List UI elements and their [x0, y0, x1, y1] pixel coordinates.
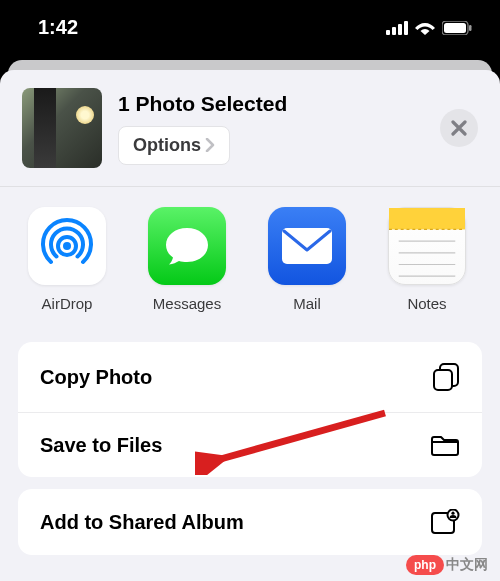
- share-label: Messages: [153, 295, 221, 312]
- options-label: Options: [133, 135, 201, 156]
- svg-rect-16: [434, 370, 452, 390]
- svg-rect-3: [404, 21, 408, 35]
- share-label: Mail: [293, 295, 321, 312]
- wifi-icon: [415, 21, 435, 35]
- action-label: Copy Photo: [40, 366, 152, 389]
- share-mail[interactable]: Mail: [258, 207, 356, 312]
- share-messages[interactable]: Messages: [138, 207, 236, 312]
- svg-rect-2: [398, 24, 402, 35]
- watermark: php 中文网: [406, 555, 488, 575]
- action-list-1: Copy Photo Save to Files: [18, 342, 482, 477]
- svg-point-8: [63, 242, 71, 250]
- status-bar: 1:42: [0, 0, 500, 55]
- svg-rect-0: [386, 30, 390, 35]
- share-label: Notes: [407, 295, 446, 312]
- svg-rect-10: [389, 208, 465, 229]
- airdrop-icon: [28, 207, 106, 285]
- header-text: 1 Photo Selected Options: [118, 92, 424, 165]
- notes-icon: [388, 207, 466, 285]
- svg-rect-5: [444, 23, 466, 33]
- close-icon: [451, 120, 467, 136]
- action-add-shared-album[interactable]: Add to Shared Album: [18, 489, 482, 555]
- watermark-text: 中文网: [446, 556, 488, 574]
- svg-rect-9: [282, 228, 332, 264]
- share-targets-row[interactable]: AirDrop Messages Mail Notes: [0, 187, 500, 326]
- svg-point-19: [451, 512, 454, 515]
- header-title: 1 Photo Selected: [118, 92, 424, 116]
- options-button[interactable]: Options: [118, 126, 230, 165]
- action-label: Add to Shared Album: [40, 511, 244, 534]
- action-list-2: Add to Shared Album: [18, 489, 482, 555]
- watermark-badge: php: [406, 555, 444, 575]
- cellular-icon: [386, 21, 408, 35]
- battery-icon: [442, 21, 472, 35]
- svg-rect-6: [469, 25, 472, 31]
- share-sheet: 1 Photo Selected Options AirDrop Message…: [0, 70, 500, 581]
- folder-icon: [430, 433, 460, 457]
- close-button[interactable]: [440, 109, 478, 147]
- status-time: 1:42: [38, 16, 78, 39]
- mail-icon: [268, 207, 346, 285]
- copy-icon: [432, 362, 460, 392]
- sheet-header: 1 Photo Selected Options: [0, 70, 500, 187]
- chevron-right-icon: [205, 138, 215, 152]
- share-notes[interactable]: Notes: [378, 207, 476, 312]
- photo-thumbnail[interactable]: [22, 88, 102, 168]
- action-save-to-files[interactable]: Save to Files: [18, 412, 482, 477]
- messages-icon: [148, 207, 226, 285]
- shared-album-icon: [430, 509, 460, 535]
- share-airdrop[interactable]: AirDrop: [18, 207, 116, 312]
- share-label: AirDrop: [42, 295, 93, 312]
- status-icons: [386, 21, 472, 35]
- action-copy-photo[interactable]: Copy Photo: [18, 342, 482, 412]
- svg-rect-1: [392, 27, 396, 35]
- action-label: Save to Files: [40, 434, 162, 457]
